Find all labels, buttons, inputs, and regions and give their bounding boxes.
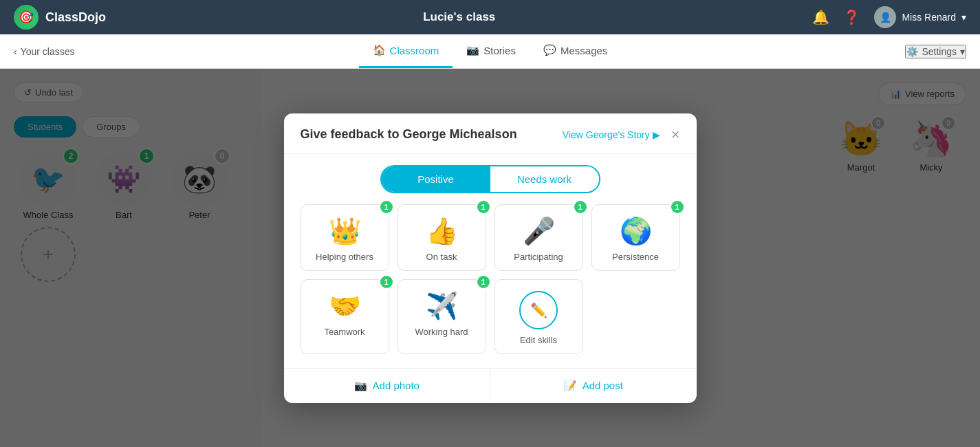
modal-title-area: Give feedback to George Michealson bbox=[301, 127, 517, 142]
skill-teamwork[interactable]: 1 🤝 Teamwork bbox=[301, 279, 389, 354]
participating-icon: 🎤 bbox=[523, 216, 555, 246]
logo-area: 🎯 ClassDojo bbox=[14, 5, 106, 30]
add-photo-button[interactable]: 📷 Add photo bbox=[284, 369, 491, 403]
avatar: 👤 bbox=[874, 6, 896, 28]
positive-toggle[interactable]: Positive bbox=[382, 166, 490, 192]
main-area: ↺ Undo last Students Groups 🐦 2 Whole Cl… bbox=[0, 69, 980, 447]
settings-chevron-icon: ▾ bbox=[960, 46, 965, 57]
gear-icon: ⚙️ bbox=[906, 46, 918, 57]
user-name: Miss Renard bbox=[902, 12, 956, 23]
skill-working-hard[interactable]: 1 ✈️ Working hard bbox=[398, 279, 486, 354]
back-area: ‹ Your classes bbox=[14, 34, 75, 68]
modal-footer: 📷 Add photo 📝 Add post bbox=[284, 368, 697, 403]
close-button[interactable]: × bbox=[671, 127, 680, 142]
sub-nav: ‹ Your classes 🏠 Classroom 📷 Stories 💬 M… bbox=[0, 34, 980, 69]
add-post-button[interactable]: 📝 Add post bbox=[490, 369, 697, 403]
skill-label: On task bbox=[426, 252, 457, 262]
skill-participating[interactable]: 1 🎤 Participating bbox=[494, 204, 583, 271]
chevron-left-icon: ‹ bbox=[14, 46, 17, 57]
skill-persistence[interactable]: 1 🌍 Persistence bbox=[591, 204, 680, 271]
persistence-icon: 🌍 bbox=[620, 216, 652, 246]
skill-label: Persistence bbox=[612, 252, 659, 262]
logo-icon: 🎯 bbox=[14, 5, 39, 30]
sub-nav-tabs: 🏠 Classroom 📷 Stories 💬 Messages bbox=[359, 34, 622, 68]
top-nav-right: 🔔 ❓ 👤 Miss Renard ▾ bbox=[812, 6, 966, 28]
user-menu[interactable]: 👤 Miss Renard ▾ bbox=[874, 6, 966, 28]
helping-others-icon: 👑 bbox=[329, 216, 361, 246]
skill-badge: 1 bbox=[379, 199, 394, 215]
modal-header: Give feedback to George Michealson View … bbox=[284, 113, 697, 154]
skills-grid: 1 👑 Helping others 1 👍 On task 1 🎤 Parti… bbox=[284, 204, 697, 368]
skill-edit[interactable]: ✏️ Edit skills bbox=[494, 279, 583, 354]
back-link[interactable]: ‹ Your classes bbox=[14, 46, 75, 57]
on-task-icon: 👍 bbox=[426, 216, 458, 246]
skill-badge: 1 bbox=[476, 199, 491, 215]
post-icon: 📝 bbox=[564, 380, 577, 392]
edit-skills-circle: ✏️ bbox=[519, 291, 558, 329]
message-icon: 💬 bbox=[543, 44, 556, 56]
toggle-row: Positive Needs work bbox=[284, 154, 697, 204]
skill-badge: 1 bbox=[476, 274, 491, 290]
settings-area: ⚙️ Settings ▾ bbox=[905, 34, 966, 68]
home-icon: 🏠 bbox=[373, 44, 386, 56]
skill-badge: 1 bbox=[573, 199, 588, 215]
skill-label: Working hard bbox=[415, 327, 468, 337]
tab-messages[interactable]: 💬 Messages bbox=[530, 34, 621, 68]
modal-title: Give feedback to George Michealson bbox=[301, 127, 517, 141]
working-hard-icon: ✈️ bbox=[426, 291, 458, 321]
modal-header-right: View George's Story ▶ × bbox=[563, 127, 680, 142]
skill-label: Helping others bbox=[316, 252, 373, 262]
tab-classroom[interactable]: 🏠 Classroom bbox=[359, 34, 453, 68]
needs-work-toggle[interactable]: Needs work bbox=[490, 166, 599, 192]
skill-label: Teamwork bbox=[324, 327, 364, 337]
help-icon[interactable]: ❓ bbox=[843, 9, 860, 25]
logo-text: ClassDojo bbox=[45, 10, 106, 25]
add-post-label: Add post bbox=[582, 380, 623, 391]
camera-icon: 📷 bbox=[466, 44, 479, 56]
feedback-modal: Give feedback to George Michealson View … bbox=[284, 113, 697, 403]
modal-overlay: Give feedback to George Michealson View … bbox=[0, 69, 980, 447]
teamwork-icon: 🤝 bbox=[329, 291, 361, 321]
skill-helping-others[interactable]: 1 👑 Helping others bbox=[301, 204, 389, 271]
bell-icon[interactable]: 🔔 bbox=[812, 9, 829, 25]
camera-icon: 📷 bbox=[354, 380, 367, 392]
tab-stories[interactable]: 📷 Stories bbox=[453, 34, 530, 68]
skill-label: Participating bbox=[514, 252, 563, 262]
pencil-icon: ✏️ bbox=[530, 302, 547, 318]
class-title: Lucie's class bbox=[423, 10, 495, 24]
add-photo-label: Add photo bbox=[373, 380, 420, 391]
chevron-icon: ▾ bbox=[961, 12, 966, 23]
story-view-link[interactable]: View George's Story ▶ bbox=[563, 129, 660, 140]
skill-badge: 1 bbox=[670, 199, 685, 215]
top-nav: 🎯 ClassDojo Lucie's class 🔔 ❓ 👤 Miss Ren… bbox=[0, 0, 980, 34]
feedback-toggle: Positive Needs work bbox=[380, 165, 600, 193]
skill-on-task[interactable]: 1 👍 On task bbox=[398, 204, 486, 271]
settings-button[interactable]: ⚙️ Settings ▾ bbox=[905, 45, 966, 58]
skill-label: Edit skills bbox=[520, 335, 557, 345]
skill-badge: 1 bbox=[379, 274, 394, 290]
